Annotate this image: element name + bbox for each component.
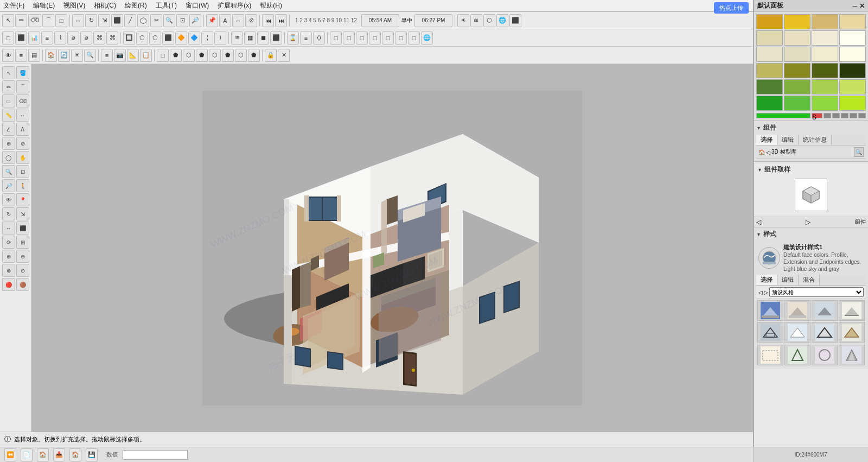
swatch-20[interactable]: [839, 79, 866, 94]
style-tab-select[interactable]: 选择: [756, 275, 777, 285]
style-nav-right[interactable]: ▷: [764, 289, 768, 295]
tb3-sun[interactable]: ☀: [71, 49, 83, 62]
tb3-eye[interactable]: 👁: [2, 49, 14, 62]
nav-disk-btn[interactable]: 💾: [86, 448, 98, 461]
lt-zoom[interactable]: 🔍: [2, 165, 15, 178]
tb2-32[interactable]: 🌐: [421, 31, 433, 45]
nav-save-btn[interactable]: 📥: [53, 448, 65, 461]
nav-house2-btn[interactable]: 🏠: [69, 448, 81, 461]
menu-view[interactable]: 视图(V): [62, 1, 86, 10]
tb3-hex7[interactable]: ⬟: [248, 49, 260, 62]
lt-tape[interactable]: 📏: [2, 109, 15, 122]
lt-pencil[interactable]: ✏: [2, 80, 15, 93]
sthumb-1[interactable]: [757, 300, 783, 321]
lt-shape[interactable]: □: [2, 94, 15, 107]
comp-sample-arrow[interactable]: ▼: [757, 167, 762, 173]
tb3-layers[interactable]: ≡: [15, 49, 27, 62]
tab-stats[interactable]: 统计信息: [799, 135, 832, 145]
swatch-6[interactable]: [784, 30, 810, 46]
swatch-16[interactable]: [839, 63, 866, 78]
menu-extensions[interactable]: 扩展程序(x): [216, 1, 252, 10]
tab-edit[interactable]: 编辑: [777, 135, 799, 145]
swatch-a-icon[interactable]: [824, 113, 831, 118]
nav-house-btn[interactable]: 🏠: [37, 448, 49, 461]
lt-arc[interactable]: ⌒: [16, 80, 29, 93]
tb2-28[interactable]: □: [369, 31, 381, 45]
tb2-3[interactable]: 📊: [28, 31, 40, 45]
tb2-14[interactable]: 🔶: [175, 31, 187, 45]
dim-tool[interactable]: ↔: [232, 14, 244, 27]
tb2-25[interactable]: □: [330, 31, 342, 45]
lt-solid2[interactable]: ⊖: [16, 250, 29, 263]
tb2-11[interactable]: ⬡: [136, 31, 148, 45]
panel-min-btn[interactable]: ─: [852, 2, 857, 10]
tb2-15[interactable]: 🔷: [188, 31, 200, 45]
section-tool[interactable]: ⊘: [245, 14, 257, 27]
menu-tools[interactable]: 工具(T): [155, 1, 178, 10]
lt-solid4[interactable]: ⊙: [16, 264, 29, 277]
tb2-19[interactable]: ▦: [244, 31, 256, 45]
lt-solid3[interactable]: ⊗: [2, 264, 15, 277]
swatch-18[interactable]: [784, 79, 810, 94]
tb2-8[interactable]: ⌘: [93, 31, 105, 45]
home-icon-small[interactable]: 🏠: [758, 149, 765, 155]
nav-back-btn[interactable]: ⏪: [4, 448, 16, 461]
tb3-clipboard[interactable]: 📋: [140, 49, 152, 62]
tb2-21[interactable]: ⬛: [270, 31, 282, 45]
tb3-cam[interactable]: 📷: [114, 49, 126, 62]
back-icon-small[interactable]: ◁: [766, 149, 770, 155]
sthumb-8[interactable]: [839, 322, 865, 343]
swatch-icon6[interactable]: [858, 113, 866, 118]
arc-tool[interactable]: ⌒: [42, 14, 54, 27]
lt-walk[interactable]: 🚶: [16, 179, 29, 192]
tb2-26[interactable]: □: [343, 31, 355, 45]
swatch-13[interactable]: [756, 63, 783, 78]
lt-section[interactable]: ⊘: [16, 137, 29, 150]
sthumb-7[interactable]: [812, 322, 838, 343]
sthumb-6[interactable]: [784, 322, 810, 343]
tb3-hex3[interactable]: ⬟: [196, 49, 208, 62]
lt-erase[interactable]: ⌫: [16, 94, 29, 107]
panel-close-btn[interactable]: ✕: [859, 2, 865, 10]
swatch-icon4[interactable]: [841, 113, 848, 118]
swatch-12[interactable]: [839, 47, 866, 62]
lt-dim[interactable]: ↔: [16, 109, 29, 122]
tb2-5[interactable]: ⌇: [54, 31, 66, 45]
lt-zoomwin[interactable]: 🔎: [2, 179, 15, 192]
select-tool[interactable]: ↖: [2, 14, 14, 27]
tb2-18[interactable]: ≋: [231, 31, 243, 45]
comp-nav-right[interactable]: ▷: [806, 218, 810, 226]
tb3-zoom[interactable]: 🔍: [84, 49, 96, 62]
tab-select[interactable]: 选择: [756, 135, 777, 145]
sthumb-11[interactable]: [812, 345, 838, 365]
rotate-tool[interactable]: ↻: [85, 14, 97, 27]
tb2-6[interactable]: ⌀: [67, 31, 79, 45]
lt-scale[interactable]: ⇲: [16, 207, 29, 220]
tb2-7[interactable]: ⌀: [80, 31, 92, 45]
lt-push[interactable]: ⬛: [16, 221, 29, 235]
eraser-tool[interactable]: ⌫: [28, 14, 41, 27]
tb3-measure[interactable]: 📐: [127, 49, 139, 62]
swatch-1[interactable]: [756, 14, 783, 29]
sthumb-10[interactable]: [784, 345, 810, 365]
lt-solid1[interactable]: ⊕: [2, 250, 15, 263]
tb3-hex6[interactable]: ⬡: [235, 49, 247, 62]
menu-edit[interactable]: 编辑(E): [32, 1, 56, 10]
swatch-mic-icon[interactable]: [832, 113, 840, 118]
lt-angle[interactable]: ∠: [2, 123, 15, 136]
swatch-14[interactable]: [784, 63, 810, 78]
swatch-19[interactable]: [812, 79, 838, 94]
swatch-17[interactable]: [756, 79, 783, 94]
paint-tool[interactable]: ✏: [15, 14, 27, 27]
swatch-24[interactable]: [839, 96, 866, 111]
lt-orbit[interactable]: ◯: [2, 151, 15, 164]
comp-nav-left[interactable]: ◁: [756, 218, 761, 226]
sthumb-2[interactable]: [784, 300, 810, 321]
zoom-fit[interactable]: ⊡: [176, 14, 188, 27]
next-view[interactable]: ⏭: [275, 14, 287, 27]
tb2-4[interactable]: ≡: [41, 31, 53, 45]
nav-btn[interactable]: 🌐: [496, 14, 508, 27]
move-tool[interactable]: ↔: [72, 14, 84, 27]
tb2-13[interactable]: ⬛: [162, 31, 174, 45]
orbit-tool[interactable]: ◯: [137, 14, 149, 27]
